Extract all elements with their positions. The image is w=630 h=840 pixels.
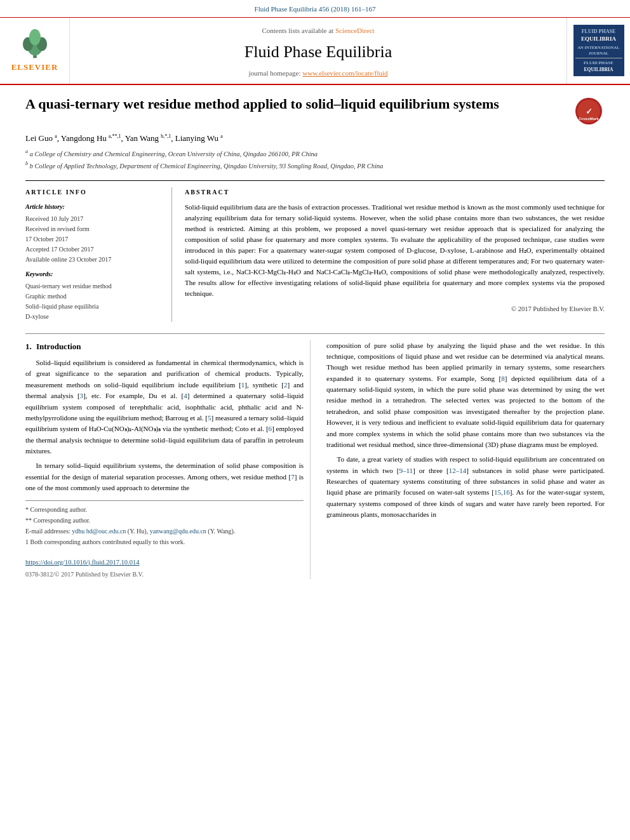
logo-line5: EQUILIBRIA [575, 67, 622, 74]
contents-available: Contents lists available at ScienceDirec… [262, 25, 374, 36]
ref-3-link[interactable]: 3 [80, 392, 84, 399]
email-2-link[interactable]: yanwang@qdu.edu.cn [150, 528, 206, 535]
logo-line2: EQUILIBRIA [575, 35, 622, 43]
article-title-section: A quasi-ternary wet residue method appli… [25, 95, 605, 127]
article-info-abstract: ARTICLE INFO Article history: Received 1… [25, 180, 605, 322]
elsevier-logo: ELSEVIER [11, 28, 58, 74]
crossmark-icon: ✓ CrossMark [575, 98, 602, 124]
crossmark-section: ✓ CrossMark [573, 95, 605, 127]
issn-line: 0378-3812/© 2017 Published by Elsevier B… [25, 570, 304, 579]
intro-paragraph-right-1: composition of pure solid phase by analy… [326, 340, 605, 521]
article-title: A quasi-ternary wet residue method appli… [25, 95, 573, 114]
journal-title-section: Contents lists available at ScienceDirec… [70, 18, 566, 84]
keyword-1: Quasi-ternary wet residue method [25, 281, 159, 291]
logo-line3: AN INTERNATIONAL JOURNAL [575, 44, 622, 56]
abstract-text: Solid-liquid equilibrium data are the ba… [185, 202, 605, 299]
doi-section: https://doi.org/10.1016/j.fluid.2017.10.… [25, 553, 304, 580]
keyword-2: Graphic method [25, 291, 159, 301]
elsevier-logo-section: ELSEVIER [0, 18, 70, 84]
ref-5-link[interactable]: 5 [208, 414, 211, 422]
ref-9-11-link[interactable]: 9–11 [399, 467, 413, 474]
affiliation-b: b b College of Applied Technology, Depar… [25, 160, 605, 171]
journal-logo-box: FLUID PHASE EQUILIBRIA AN INTERNATIONAL … [573, 25, 624, 76]
journal-ref-text: Fluid Phase Equilibria 456 (2018) 161–16… [255, 5, 376, 13]
journal-header: ELSEVIER Contents lists available at Sci… [0, 18, 630, 85]
footnote-email: E-mail addresses: ydhu hd@ouc.edu.cn (Y.… [25, 526, 304, 536]
abstract-title: ABSTRACT [185, 187, 605, 197]
received-date: Received 10 July 2017 [25, 214, 159, 223]
authors-line: Lei Guo a, Yangdong Hu a,**,1, Yan Wang … [25, 132, 605, 145]
article-info-col: ARTICLE INFO Article history: Received 1… [25, 187, 159, 322]
footnote-star: * Corresponding author. [25, 505, 304, 514]
revised-label: Received in revised form [25, 224, 159, 234]
elsevier-text: ELSEVIER [11, 61, 58, 74]
affiliation-a: a a College of Chemistry and Chemical En… [25, 148, 605, 159]
available-date: Available online 23 October 2017 [25, 255, 159, 264]
keyword-3: Solid–liquid phase equilibria [25, 302, 159, 311]
ref-12-14-link[interactable]: 12–14 [449, 467, 467, 474]
homepage-link[interactable]: www.elsevier.com/locate/fluid [302, 69, 387, 77]
elsevier-tree-icon [16, 28, 54, 60]
ref-15-16-link[interactable]: 15,16 [494, 488, 510, 496]
ref-8-link[interactable]: 8 [501, 375, 505, 382]
body-right-col: composition of pure solid phase by analy… [323, 340, 605, 580]
accepted-date: Accepted 17 October 2017 [25, 244, 159, 254]
footnotes: * Corresponding author. ** Corresponding… [25, 500, 304, 547]
keywords-label: Keywords: [25, 269, 159, 279]
keyword-4: D-xylose [25, 312, 159, 321]
ref-7-link[interactable]: 7 [291, 473, 295, 481]
doi-link[interactable]: https://doi.org/10.1016/j.fluid.2017.10.… [25, 559, 139, 566]
section1-title: 1. Introduction [25, 340, 304, 353]
revised-date: 17 October 2017 [25, 234, 159, 244]
body-section: 1. Introduction Solid–liquid equilibrium… [25, 333, 605, 580]
article-info-title: ARTICLE INFO [25, 187, 159, 197]
journal-logo-section: FLUID PHASE EQUILIBRIA AN INTERNATIONAL … [566, 18, 630, 84]
ref-6-link[interactable]: 6 [269, 425, 272, 432]
svg-text:CrossMark: CrossMark [579, 117, 599, 121]
svg-point-4 [29, 29, 40, 45]
ref-2-link[interactable]: 2 [284, 381, 288, 389]
svg-text:✓: ✓ [586, 107, 593, 116]
intro-paragraph-1: Solid–liquid equilibrium is considered a… [25, 357, 304, 494]
journal-title: Fluid Phase Equilibria [245, 39, 392, 64]
email-1-link[interactable]: ydhu hd@ouc.edu.cn [72, 528, 126, 535]
footnote-starstar: ** Corresponding author. [25, 516, 304, 525]
body-left-col: 1. Introduction Solid–liquid equilibrium… [25, 340, 311, 580]
logo-line1: FLUID PHASE [575, 28, 622, 35]
journal-reference: Fluid Phase Equilibria 456 (2018) 161–16… [0, 0, 630, 18]
logo-line4: FLUID PHASE [575, 60, 622, 67]
abstract-col: ABSTRACT Solid-liquid equilibrium data a… [185, 187, 605, 322]
copyright-line: © 2017 Published by Elsevier B.V. [185, 304, 605, 314]
sciencedirect-link[interactable]: ScienceDirect [335, 27, 375, 34]
ref-1-link[interactable]: 1 [241, 381, 245, 389]
ref-4-link[interactable]: 4 [184, 392, 187, 399]
vertical-divider [171, 187, 172, 322]
main-content: A quasi-ternary wet residue method appli… [0, 85, 630, 590]
footnote-1: 1 Both corresponding authors contributed… [25, 537, 304, 547]
journal-homepage: journal homepage: www.elsevier.com/locat… [248, 68, 387, 79]
history-label: Article history: [25, 202, 159, 211]
